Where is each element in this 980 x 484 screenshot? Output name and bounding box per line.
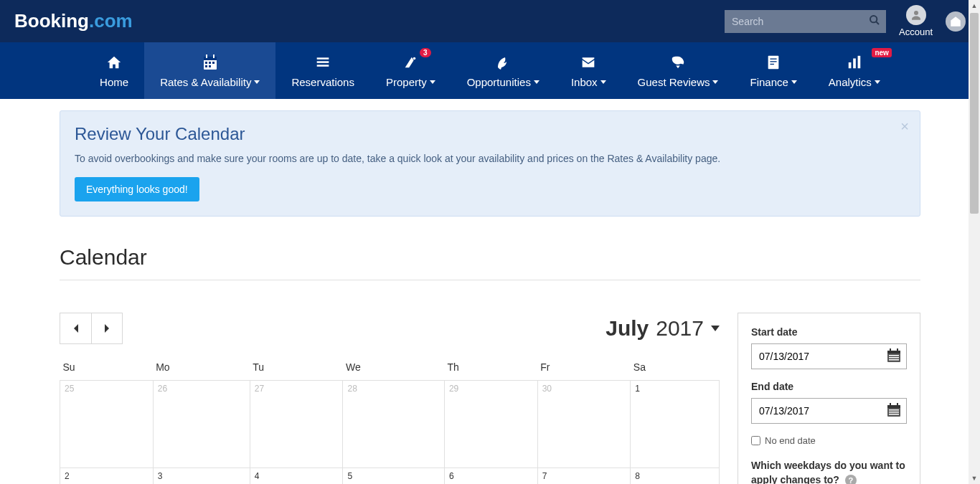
svg-rect-32: [890, 403, 891, 407]
nav-home[interactable]: Home: [84, 42, 144, 99]
no-end-date-checkbox[interactable]: [751, 436, 760, 445]
calendar-day[interactable]: 30: [537, 381, 631, 468]
nav-icon: [494, 53, 512, 72]
nav-reservations[interactable]: Reservations: [275, 42, 370, 99]
no-end-date-row[interactable]: No end date: [751, 435, 907, 446]
start-date-label: Start date: [751, 326, 907, 338]
account-menu[interactable]: Account: [899, 5, 933, 37]
search-icon[interactable]: [869, 14, 880, 29]
chevron-down-icon: [600, 80, 606, 84]
calendar-icon[interactable]: [885, 402, 903, 422]
calendar-day[interactable]: 27: [250, 381, 343, 468]
svg-rect-11: [209, 65, 211, 67]
prev-month-button[interactable]: [60, 313, 91, 344]
svg-rect-16: [768, 56, 779, 69]
calendar-day[interactable]: 6: [444, 468, 537, 485]
nav-icon: [845, 53, 864, 72]
svg-rect-12: [317, 57, 329, 60]
weekday-header: Tu: [250, 357, 343, 381]
nav-opportunities[interactable]: Opportunities: [451, 42, 555, 99]
chevron-down-icon: [791, 80, 797, 84]
svg-rect-5: [206, 54, 207, 58]
calendar-day[interactable]: 26: [153, 381, 250, 468]
calendar-day[interactable]: 1: [631, 381, 720, 468]
calendar-wrap: July 2017 SuMoTuWeThFrSa 252627282930123…: [60, 313, 920, 484]
property-avatar-icon[interactable]: [946, 11, 966, 32]
svg-rect-6: [213, 54, 215, 58]
review-calendar-alert: × Review Your Calendar To avoid overbook…: [60, 110, 920, 217]
nav-icon: [765, 53, 781, 72]
month-selector[interactable]: July 2017: [606, 316, 720, 341]
svg-rect-36: [889, 414, 899, 415]
top-bar: Booking.com Account: [0, 0, 980, 42]
weekday-header: Mo: [153, 357, 250, 381]
calendar-icon[interactable]: [885, 347, 903, 367]
svg-rect-9: [212, 62, 215, 64]
nav-label: Rates & Availability: [160, 76, 260, 88]
svg-rect-27: [889, 355, 899, 356]
nav-rates-availability[interactable]: Rates & Availability: [144, 42, 275, 99]
chevron-down-icon: [254, 80, 260, 84]
nav-guest-reviews[interactable]: Guest Reviews: [622, 42, 735, 99]
nav-icon: [579, 53, 598, 72]
svg-rect-25: [890, 348, 891, 352]
end-date-input[interactable]: [751, 398, 907, 424]
svg-point-0: [870, 16, 877, 22]
search-input[interactable]: [725, 10, 886, 33]
svg-rect-24: [887, 351, 900, 353]
svg-rect-19: [771, 64, 775, 65]
close-icon[interactable]: ×: [900, 118, 909, 135]
calendar-day[interactable]: 7: [537, 468, 631, 485]
logo[interactable]: Booking.com: [14, 10, 133, 32]
svg-rect-29: [889, 359, 899, 361]
calendar-grid: SuMoTuWeThFrSa 25262728293012345678: [60, 357, 720, 484]
svg-rect-35: [889, 412, 899, 413]
calendar-day[interactable]: 28: [343, 381, 444, 468]
user-avatar-icon: [906, 5, 926, 25]
notification-badge: 3: [420, 48, 431, 57]
svg-rect-21: [853, 59, 856, 69]
nav-label: Opportunities: [467, 76, 540, 88]
svg-rect-33: [897, 403, 898, 407]
scroll-down-icon[interactable]: ▼: [969, 473, 980, 484]
new-badge: new: [872, 48, 891, 57]
weekday-header: We: [343, 357, 444, 381]
weekday-header: Fr: [537, 357, 631, 381]
calendar-day[interactable]: 2: [60, 468, 154, 485]
help-icon[interactable]: ?: [845, 475, 857, 484]
calendar-day[interactable]: 4: [250, 468, 343, 485]
nav-property[interactable]: 3 Property: [370, 42, 451, 99]
nav-label: Analytics: [829, 76, 880, 88]
nav-finance[interactable]: Finance: [734, 42, 812, 99]
nav-analytics[interactable]: new Analytics: [813, 42, 896, 99]
nav-label: Guest Reviews: [638, 76, 719, 88]
start-date-input[interactable]: [751, 343, 907, 369]
scroll-up-icon[interactable]: ▲: [969, 0, 980, 11]
calendar-day[interactable]: 25: [60, 381, 154, 468]
chevron-down-icon: [711, 326, 720, 331]
nav-label: Property: [386, 76, 435, 88]
nav-label: Home: [100, 76, 128, 88]
logo-main: Booking: [14, 10, 89, 32]
nav-label: Finance: [750, 76, 796, 88]
svg-rect-13: [317, 61, 329, 63]
calendar-day[interactable]: 8: [631, 468, 720, 485]
account-label: Account: [899, 27, 933, 37]
alert-body: To avoid overbookings and make sure your…: [75, 153, 905, 164]
nav-label: Inbox: [571, 76, 606, 88]
chevron-down-icon: [712, 80, 718, 84]
svg-rect-28: [889, 357, 899, 359]
svg-rect-17: [771, 59, 777, 60]
scrollbar-thumb[interactable]: [970, 13, 979, 214]
calendar-day[interactable]: 29: [444, 381, 537, 468]
svg-rect-7: [205, 62, 207, 64]
nav-inbox[interactable]: Inbox: [555, 42, 622, 99]
calendar-day[interactable]: 3: [153, 468, 250, 485]
nav-icon: [105, 53, 123, 72]
next-month-button[interactable]: [91, 313, 123, 344]
nav-icon: [315, 53, 331, 72]
scrollbar[interactable]: ▲ ▼: [969, 0, 980, 484]
month-name: July: [606, 316, 649, 341]
calendar-day[interactable]: 5: [343, 468, 444, 485]
everything-looks-good-button[interactable]: Everything looks good!: [75, 177, 199, 201]
